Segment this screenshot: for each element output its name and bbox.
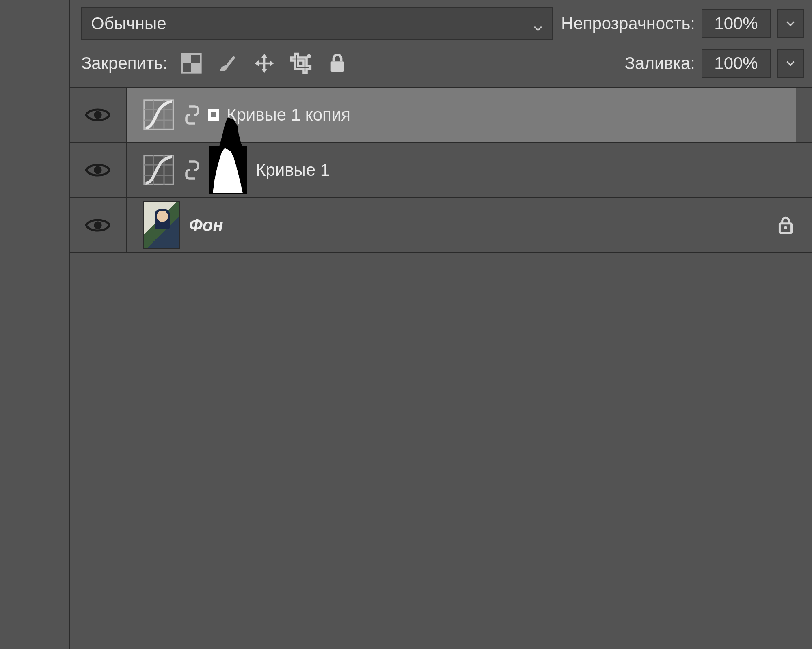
artboard-crop-icon[interactable] — [289, 52, 312, 75]
layer-body: Кривые 1 — [127, 143, 796, 197]
lock-fill-row: Закрепить: — [70, 40, 812, 88]
svg-rect-5 — [144, 100, 173, 129]
blend-mode-value: Обычные — [91, 14, 166, 33]
lock-transparent-icon[interactable] — [180, 52, 203, 75]
layer-row[interactable]: Кривые 1 копия — [70, 88, 812, 143]
svg-point-8 — [94, 221, 102, 229]
lock-icon[interactable] — [326, 52, 349, 75]
svg-rect-1 — [181, 54, 191, 63]
blend-opacity-row: Обычные Непрозрачность: 100% — [70, 0, 812, 40]
lock-icon[interactable] — [775, 214, 796, 236]
layers-list: Кривые 1 копия — [70, 88, 812, 253]
layer-thumbnail[interactable] — [143, 201, 180, 249]
layer-name[interactable]: Фон — [189, 216, 223, 235]
svg-rect-2 — [191, 63, 201, 73]
visibility-column — [70, 198, 127, 252]
fill-value: 100% — [714, 54, 758, 73]
blend-mode-select[interactable]: Обычные — [81, 7, 553, 40]
svg-point-10 — [784, 226, 787, 230]
eye-icon[interactable] — [85, 217, 110, 234]
fill-label: Заливка: — [625, 54, 695, 73]
move-icon[interactable] — [253, 52, 276, 75]
visibility-column — [70, 88, 127, 142]
layer-mask-thumbnail[interactable] — [209, 146, 247, 194]
svg-point-4 — [94, 111, 102, 119]
brush-icon[interactable] — [216, 52, 239, 75]
curves-adjustment-icon[interactable] — [143, 154, 175, 186]
svg-rect-3 — [330, 61, 344, 72]
opacity-value-input[interactable]: 100% — [702, 9, 771, 38]
visibility-column — [70, 143, 127, 197]
fill-value-input[interactable]: 100% — [702, 49, 771, 78]
lock-icons-group — [180, 52, 349, 75]
layer-mask-thumbnail-selected[interactable] — [209, 111, 218, 119]
layer-row[interactable]: Кривые 1 — [70, 143, 812, 198]
fill-group: Заливка: 100% — [625, 49, 804, 78]
layer-body: Фон — [127, 198, 796, 252]
layer-body: Кривые 1 копия — [127, 88, 796, 142]
link-icon[interactable] — [184, 103, 201, 126]
opacity-label: Непрозрачность: — [561, 14, 695, 33]
layer-name[interactable]: Кривые 1 копия — [227, 105, 350, 125]
opacity-dropdown-button[interactable] — [777, 9, 804, 38]
layer-name[interactable]: Кривые 1 — [256, 160, 330, 180]
chevron-down-icon — [533, 18, 543, 29]
curves-adjustment-icon[interactable] — [143, 99, 175, 131]
svg-point-6 — [94, 166, 102, 174]
opacity-group: Непрозрачность: 100% — [561, 9, 804, 38]
empty-area — [70, 253, 812, 619]
svg-rect-7 — [144, 155, 173, 185]
eye-icon[interactable] — [85, 162, 110, 179]
lock-label: Закрепить: — [81, 54, 168, 73]
fill-dropdown-button[interactable] — [777, 49, 804, 78]
chevron-down-icon — [785, 58, 796, 69]
eye-icon[interactable] — [85, 106, 110, 123]
layer-row[interactable]: Фон — [70, 198, 812, 253]
layers-panel: Обычные Непрозрачность: 100% Закрепить: — [69, 0, 812, 649]
link-icon[interactable] — [184, 159, 201, 181]
opacity-value: 100% — [714, 14, 758, 33]
chevron-down-icon — [785, 18, 796, 29]
